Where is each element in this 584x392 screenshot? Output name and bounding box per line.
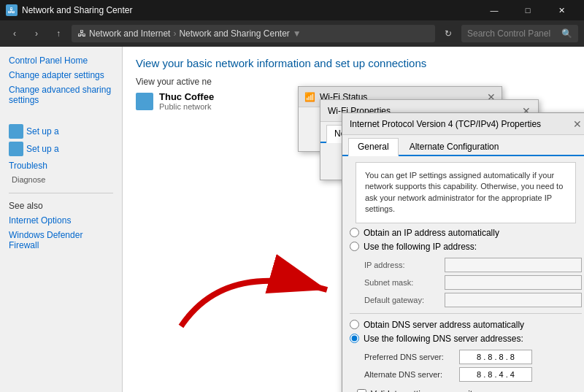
validate-checkbox[interactable] (357, 389, 366, 392)
windows-firewall-link[interactable]: Windows Defender Firewall (9, 230, 113, 250)
manual-dns-radio[interactable] (350, 334, 359, 343)
window-title: Network and Sharing Center (22, 5, 132, 15)
gateway-label: Default gateway: (364, 296, 445, 304)
auto-dns-label: Obtain DNS server address automatically (364, 320, 524, 330)
network-icon (136, 93, 153, 110)
up-button[interactable]: ↑ (50, 25, 67, 42)
see-also-section: See also Internet Options Windows Defend… (9, 193, 113, 250)
manual-ip-label: Use the following IP address: (364, 242, 477, 252)
dns-radio-group: Obtain DNS server address automatically … (350, 320, 582, 344)
auto-dns-radio[interactable] (350, 320, 359, 329)
auto-ip-radio[interactable] (350, 228, 359, 237)
network-type: Public network (159, 102, 214, 111)
dialog-tabs: General Alternate Configuration (342, 135, 584, 156)
maximize-button[interactable]: □ (511, 0, 545, 20)
gateway-field-row: Default gateway: (350, 293, 582, 307)
auto-dns-row: Obtain DNS server address automatically (350, 320, 582, 330)
ip-radio-group: Obtain an IP address automatically Use t… (350, 228, 582, 252)
close-button[interactable]: ✕ (545, 0, 578, 20)
see-also-title: See also (9, 201, 113, 211)
subnet-input[interactable] (445, 275, 582, 290)
setup-icon (9, 124, 23, 139)
address-bar: ‹ › ↑ 🖧 Network and Internet › Network a… (0, 20, 584, 47)
setup-icon-2 (9, 142, 23, 156)
wifi-status-icon: 📶 (304, 92, 315, 102)
minimize-button[interactable]: — (477, 0, 511, 20)
sidebar: Control Panel Home Change adapter settin… (0, 47, 123, 392)
dialog-title-bar: Internet Protocol Version 4 (TCP/IPv4) P… (342, 113, 584, 135)
gateway-input[interactable] (445, 293, 582, 307)
manual-dns-row: Use the following DNS server addresses: (350, 334, 582, 344)
breadcrumb-network-internet: Network and Internet (89, 28, 170, 39)
breadcrumb-icon: 🖧 (77, 28, 86, 39)
tab-alternate-config[interactable]: Alternate Configuration (400, 138, 509, 155)
setup-link-2[interactable]: Set up a (26, 144, 59, 154)
breadcrumb-sharing-center: Network and Sharing Center (179, 28, 289, 39)
search-placeholder: Search Control Panel (467, 28, 550, 39)
refresh-button[interactable]: ↻ (439, 25, 457, 42)
active-network-label: View your active ne (136, 77, 571, 87)
window-controls: — □ ✕ (477, 0, 578, 20)
title-bar: 🖧 Network and Sharing Center — □ ✕ (0, 0, 584, 20)
ip-label: IP address: (364, 261, 445, 269)
preferred-dns-input[interactable] (459, 350, 532, 364)
manual-dns-label: Use the following DNS server addresses: (364, 334, 523, 344)
ip-field-row: IP address: (350, 258, 582, 272)
internet-options-link[interactable]: Internet Options (9, 215, 113, 226)
back-button[interactable]: ‹ (6, 25, 23, 42)
app-icon: 🖧 (6, 4, 18, 16)
breadcrumb[interactable]: 🖧 Network and Internet › Network and Sha… (72, 25, 435, 42)
page-title: View your basic network information and … (136, 57, 571, 69)
main-layout: Control Panel Home Change adapter settin… (0, 47, 584, 392)
auto-ip-row: Obtain an IP address automatically (350, 228, 582, 238)
content-area: View your basic network information and … (123, 47, 584, 392)
subnet-label: Subnet mask: (364, 278, 445, 287)
auto-ip-label: Obtain an IP address automatically (364, 228, 499, 238)
tab-general[interactable]: General (348, 138, 399, 156)
preferred-dns-row: Preferred DNS server: (350, 350, 582, 364)
manual-ip-row: Use the following IP address: (350, 242, 582, 252)
control-panel-home-link[interactable]: Control Panel Home (9, 55, 113, 66)
diagnose-text: Diagnose (9, 175, 113, 184)
troubleshoot-link[interactable]: Troublesh (9, 161, 113, 171)
search-bar[interactable]: Search Control Panel 🔍 (461, 25, 578, 42)
setup-link-1[interactable]: Set up a (26, 126, 59, 137)
tcpip-dialog: Internet Protocol Version 4 (TCP/IPv4) P… (342, 112, 584, 392)
red-arrow (166, 246, 356, 334)
change-adapter-settings-link[interactable]: Change adapter settings (9, 70, 113, 80)
subnet-field-row: Subnet mask: (350, 275, 582, 290)
network-name: Thuc Coffee (159, 91, 214, 102)
change-advanced-sharing-link[interactable]: Change advanced sharing settings (9, 85, 113, 105)
manual-ip-radio[interactable] (350, 242, 359, 251)
search-icon: 🔍 (561, 28, 572, 39)
validate-label: Validate settings upon exit (371, 389, 472, 392)
dialog-description: You can get IP settings assigned automat… (356, 162, 576, 223)
dialog-body: You can get IP settings assigned automat… (342, 162, 584, 392)
separator (350, 313, 582, 314)
alternate-dns-label: Alternate DNS server: (364, 370, 459, 379)
dialog-close[interactable]: ✕ (573, 118, 582, 130)
preferred-dns-label: Preferred DNS server: (364, 353, 459, 361)
dialog-title: Internet Protocol Version 4 (TCP/IPv4) P… (350, 119, 541, 129)
forward-button[interactable]: › (28, 25, 45, 42)
ip-input[interactable] (445, 258, 582, 272)
alternate-dns-input[interactable] (459, 367, 532, 382)
validate-checkbox-row: Validate settings upon exit (350, 385, 582, 392)
alternate-dns-row: Alternate DNS server: (350, 367, 582, 382)
